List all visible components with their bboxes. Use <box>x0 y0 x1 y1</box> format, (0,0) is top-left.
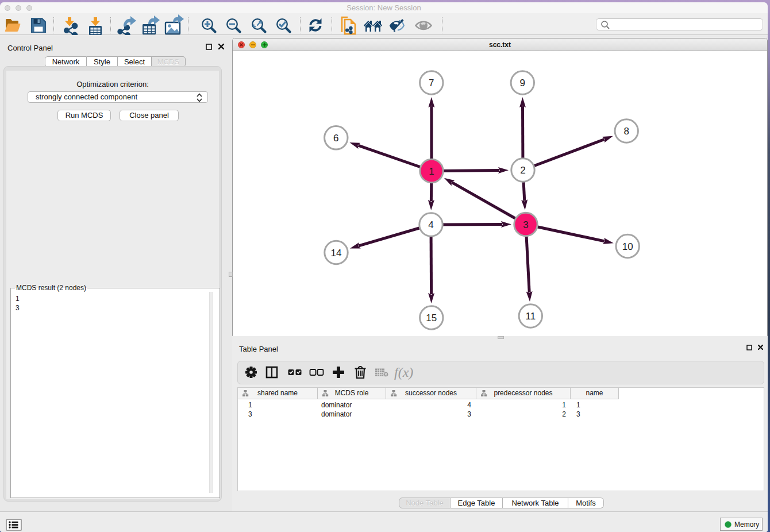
svg-text:3: 3 <box>523 219 528 230</box>
svg-text:4: 4 <box>428 219 433 230</box>
svg-text:11: 11 <box>525 311 536 322</box>
svg-text:9: 9 <box>520 78 525 88</box>
svg-text:6: 6 <box>333 133 338 144</box>
svg-text:7: 7 <box>429 78 434 88</box>
svg-text:15: 15 <box>426 313 437 323</box>
svg-text:f(x): f(x) <box>394 365 413 380</box>
svg-text:2: 2 <box>520 165 525 176</box>
svg-text:8: 8 <box>623 126 629 137</box>
svg-text:10: 10 <box>622 241 633 252</box>
svg-text:14: 14 <box>331 248 342 259</box>
svg-text:1: 1 <box>429 166 434 177</box>
